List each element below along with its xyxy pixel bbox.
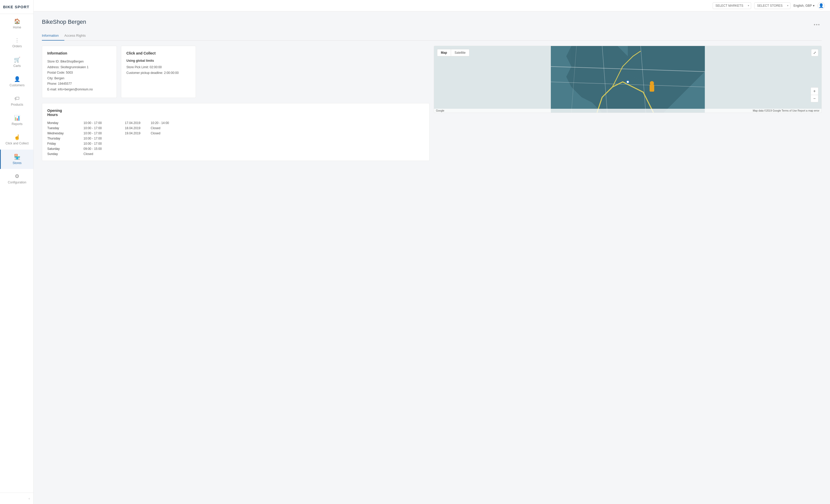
hours-day-2: Tuesday [47,126,84,131]
info-city: City: Bergen [47,76,111,81]
hours-time-7: Closed [84,152,125,157]
opening-hours-title: OpeningHours [47,108,424,117]
info-address: Address: Skoltegrunnskaien 1 [47,65,111,70]
map-container: Map Satellite ⤢ + − Google Map data ©201… [434,46,822,113]
sidebar-item-label: Click and Collect [5,141,28,145]
sidebar-item-label: Products [11,103,23,106]
hours-day-3: Wednesday [47,131,84,136]
sidebar-item-orders[interactable]: ⋮ Orders [0,33,33,52]
hours-day-4: Thursday [47,136,84,141]
hours-special-6 [151,146,192,152]
hours-time-1: 10:00 - 17:00 [84,121,125,126]
hours-special-4 [151,136,192,141]
language-label: English, GBP [794,4,812,7]
svg-point-5 [627,81,629,83]
info-postal: Postal Code: 5003 [47,70,111,76]
map-expand-button[interactable]: ⤢ [811,49,818,56]
svg-rect-6 [649,85,654,92]
sidebar-item-clickcollect[interactable]: ☝ Click and Collect [0,130,33,149]
language-caret-icon: ▾ [813,4,815,7]
hours-time-4: 10:00 - 17:00 [84,136,125,141]
sidebar-collapse-button[interactable]: ‹ [0,493,33,504]
hours-date-2: 18.04.2019 [125,126,151,131]
topbar: SELECT MARKETS ▾ SELECT STORES ▾ English… [34,0,830,11]
info-email: E-mail: info+bergen@omnium.no [47,87,111,93]
sidebar-item-carts[interactable]: 🛒 Carts [0,53,33,72]
hours-day-7: Sunday [47,152,84,157]
page-title: BikeShop Bergen [42,19,86,25]
sidebar-item-products[interactable]: 🏷 Products [0,92,33,110]
information-panel: Information Store ID: BikeShopBergen Add… [42,46,117,98]
info-phone: Phone: 19445577 [47,81,111,87]
markets-select[interactable]: SELECT MARKETS [713,2,751,9]
app-logo: BIKE SPORT [0,0,33,14]
opening-hours-section: OpeningHours Monday 10:00 - 17:00 17.04.… [42,103,429,161]
tab-information[interactable]: Information [42,31,64,40]
sidebar-item-label: Configuration [8,180,26,184]
satellite-button[interactable]: Satellite [451,49,470,56]
content-row: Information Store ID: BikeShopBergen Add… [42,46,822,161]
map-button[interactable]: Map [437,49,451,56]
user-menu-button[interactable]: 👤 [818,2,825,9]
markets-select-wrap: SELECT MARKETS ▾ [713,2,751,9]
hours-day-1: Monday [47,121,84,126]
map-footer: Google Map data ©2019 Google Terms of Us… [434,109,822,113]
sidebar-item-label: Carts [13,64,21,68]
map-zoom-controls: + − [810,87,818,102]
hours-day-6: Saturday [47,146,84,152]
opening-hours-panel: OpeningHours Monday 10:00 - 17:00 17.04.… [42,103,429,161]
sidebar-item-label: Reports [12,122,23,126]
stores-select[interactable]: SELECT STORES [754,2,791,9]
user-icon: 👤 [819,3,824,8]
sidebar-item-label: Orders [12,44,22,48]
clickcollect-pick-limit: Store Pick Limit: 02:00:00 [126,65,191,70]
svg-point-7 [650,81,654,85]
hours-special-1: 10:20 - 14:00 [151,121,192,126]
clickcollect-subtitle: Using global limits [126,59,191,63]
reports-icon: 📊 [14,115,21,121]
more-options-button[interactable]: ••• [812,21,822,29]
page-header-row: BikeShop Bergen ••• [42,19,822,31]
hours-grid: Monday 10:00 - 17:00 17.04.2019 10:20 - … [47,121,424,157]
customers-icon: 👤 [14,76,21,82]
hours-special-7 [151,152,192,157]
sidebar-item-label: Home [13,26,21,29]
stores-select-wrap: SELECT STORES ▾ [754,2,791,9]
stores-icon: 🏪 [14,154,21,160]
map-attribution-right: Map data ©2019 Google Terms of Use Repor… [753,109,820,112]
information-panel-title: Information [47,51,111,55]
clickcollect-icon: ☝ [14,134,21,140]
cart-icon: 🛒 [14,57,21,63]
collapse-icon: ‹ [29,497,30,500]
clickcollect-panel-title: Click and Collect [126,51,191,55]
sidebar-item-home[interactable]: 🏠 Home [0,14,33,33]
sidebar-item-label: Customers [9,83,25,87]
info-store-id: Store ID: BikeShopBergen [47,59,111,65]
sidebar-nav: 🏠 Home ⋮ Orders 🛒 Carts 👤 Customers 🏷 Pr… [0,14,33,493]
tabs: Information Access Rights [42,31,822,40]
sidebar-item-customers[interactable]: 👤 Customers [0,72,33,91]
hours-day-5: Friday [47,141,84,146]
left-panels: Information Store ID: BikeShopBergen Add… [42,46,429,161]
map-view-toggle: Map Satellite [437,49,470,56]
hours-date-7 [125,152,151,157]
hours-date-6 [125,146,151,152]
hours-special-2: Closed [151,126,192,131]
sidebar-item-configuration[interactable]: ⚙ Configuration [0,169,33,188]
tab-access-rights[interactable]: Access Rights [64,31,91,40]
zoom-out-button[interactable]: − [811,95,818,102]
home-icon: 🏠 [14,18,21,24]
sidebar-item-stores[interactable]: 🏪 Stores [0,149,33,169]
map-svg [434,46,822,113]
sidebar-item-label: Stores [13,161,22,165]
clickcollect-pickup-deadline: Customer pickup deadline: 2:00:00:00 [126,70,191,76]
sidebar: BIKE SPORT 🏠 Home ⋮ Orders 🛒 Carts 👤 Cus… [0,0,34,504]
page-content: BikeShop Bergen ••• Information Access R… [34,11,830,504]
sidebar-item-reports[interactable]: 📊 Reports [0,110,33,130]
hours-special-3: Closed [151,131,192,136]
main-area: SELECT MARKETS ▾ SELECT STORES ▾ English… [34,0,830,504]
hours-time-5: 10:00 - 17:00 [84,141,125,146]
zoom-in-button[interactable]: + [811,88,818,95]
products-icon: 🏷 [14,96,20,102]
language-selector[interactable]: English, GBP ▾ [794,4,815,7]
